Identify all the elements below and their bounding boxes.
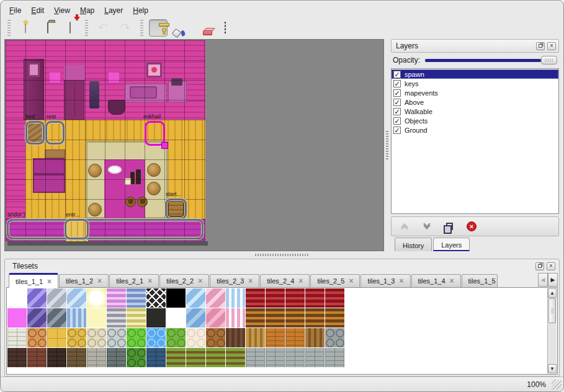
scrollbar-thumb[interactable] (548, 298, 556, 323)
rectangular-select-button[interactable] (216, 19, 235, 37)
close-tab-icon[interactable]: × (148, 277, 152, 285)
tile-r3-c13[interactable] (266, 348, 285, 367)
tile-r1-c7[interactable] (146, 308, 166, 327)
tile-r1-c11[interactable] (226, 308, 245, 327)
layer-row-Ground[interactable]: ✓Ground (392, 125, 558, 135)
tile-r3-c4[interactable] (87, 348, 106, 367)
tile-r1-c16[interactable] (325, 308, 344, 327)
tile-r0-c16[interactable] (325, 288, 344, 308)
dock-tab-layers[interactable]: Layers (433, 238, 470, 251)
tile-r3-c6[interactable] (127, 348, 146, 367)
tile-r1-c8[interactable] (166, 308, 186, 327)
menu-view[interactable]: View (54, 6, 70, 15)
map-object-rest[interactable] (45, 121, 65, 145)
close-tab-icon[interactable]: × (47, 278, 51, 285)
tile-r2-c1[interactable] (27, 328, 47, 347)
tile-r3-c1[interactable] (27, 348, 47, 367)
raise-layer-button[interactable] (399, 221, 410, 232)
duplicate-layer-button[interactable] (444, 221, 455, 232)
scroll-tabs-right-button[interactable]: ▶ (548, 273, 558, 287)
menu-help[interactable]: Help (133, 6, 148, 15)
close-tab-icon[interactable]: × (349, 277, 353, 285)
tileset-scrollbar[interactable]: ▲ ▼ (547, 288, 557, 373)
tile-r2-c9[interactable] (186, 328, 205, 347)
layer-list[interactable]: ✓spawn✓keys✓mapevents✓Above✓Walkable✓Obj… (391, 68, 559, 214)
float-panel-button[interactable] (535, 262, 544, 270)
tile-r3-c0[interactable] (7, 348, 27, 367)
tile-r3-c2[interactable] (47, 348, 66, 367)
tile-r3-c15[interactable] (305, 348, 325, 367)
opacity-slider[interactable] (425, 55, 557, 65)
tile-r2-c4[interactable] (87, 328, 106, 347)
tile-r2-c16[interactable] (325, 328, 344, 347)
tile-r0-c3[interactable] (67, 288, 86, 308)
tile-r1-c9[interactable] (186, 308, 205, 327)
tile-r2-c12[interactable] (246, 328, 265, 347)
tileset-tab-tiles_1_1[interactable]: tiles_1_1× (9, 273, 58, 288)
tile-r1-c12[interactable] (246, 308, 265, 327)
tileset-tab-tiles_2_4[interactable]: tiles_2_4× (260, 274, 310, 287)
float-panel-button[interactable] (536, 42, 545, 50)
save-file-button[interactable] (61, 19, 79, 37)
tile-r0-c12[interactable] (246, 288, 265, 308)
close-panel-button[interactable]: × (547, 262, 555, 270)
tile-r0-c2[interactable] (47, 288, 66, 308)
tile-r0-c5[interactable] (107, 288, 126, 308)
layer-row-mapevents[interactable]: ✓mapevents (392, 88, 558, 97)
layer-visibility-checkbox[interactable]: ✓ (393, 71, 401, 78)
tile-r2-c8[interactable] (166, 328, 186, 347)
tile-r0-c14[interactable] (285, 288, 305, 308)
eraser-button[interactable] (194, 19, 212, 37)
dock-tab-history[interactable]: History (395, 238, 432, 251)
layer-row-Objects[interactable]: ✓Objects (392, 116, 558, 125)
tile-r1-c10[interactable] (206, 308, 225, 327)
tileset-tab-tiles_2_3[interactable]: tiles_2_3× (210, 274, 259, 287)
map-object-start[interactable] (165, 198, 187, 220)
close-tab-icon[interactable]: × (198, 277, 202, 285)
tile-r1-c0[interactable] (7, 308, 27, 327)
tile-r0-c10[interactable] (206, 288, 225, 308)
stamp-brush-button[interactable] (149, 19, 168, 37)
tile-r3-c3[interactable] (67, 348, 86, 367)
tile-r3-c16[interactable] (325, 348, 344, 367)
tile-r2-c0[interactable] (7, 328, 27, 347)
tileset-view[interactable]: ▲ ▼ (6, 288, 558, 375)
tile-r3-c12[interactable] (246, 348, 265, 367)
tile-r1-c5[interactable] (107, 308, 126, 327)
menu-map[interactable]: Map (80, 6, 94, 15)
tile-r2-c6[interactable] (127, 328, 146, 347)
tile-r0-c8[interactable] (166, 288, 186, 308)
map-object-andor[interactable] (7, 219, 204, 239)
tile-r1-c3[interactable] (67, 308, 86, 327)
tileset-tab-tiles_2_1[interactable]: tiles_2_1× (109, 274, 159, 287)
scroll-tabs-left-button[interactable]: ◀ (538, 273, 548, 287)
map-canvas[interactable]: bedrestmikhailstart...andor:)entr... (6, 40, 205, 241)
horizontal-splitter[interactable] (4, 251, 560, 259)
close-tab-icon[interactable]: × (450, 277, 454, 285)
toolbar-handle[interactable] (85, 20, 88, 36)
layer-row-Above[interactable]: ✓Above (392, 97, 558, 107)
new-file-button[interactable]: ★ (16, 19, 35, 37)
tile-r2-c2[interactable] (47, 328, 66, 347)
tile-r1-c15[interactable] (305, 308, 325, 327)
tile-r1-c13[interactable] (266, 308, 285, 327)
layer-row-keys[interactable]: ✓keys (392, 79, 558, 88)
tile-r0-c4[interactable] (87, 288, 106, 308)
tile-r3-c14[interactable] (285, 348, 305, 367)
resize-grip[interactable] (552, 380, 562, 390)
tile-r3-c7[interactable] (146, 348, 166, 367)
tileset-tab-tiles_1_5[interactable]: tiles_1_5 (462, 274, 498, 287)
tile-r1-c14[interactable] (285, 308, 305, 327)
menu-layer[interactable]: Layer (104, 6, 123, 15)
tile-r2-c11[interactable] (226, 328, 245, 347)
map-viewport[interactable]: bedrestmikhailstart...andor:)entr... (4, 39, 384, 251)
tile-r2-c10[interactable] (206, 328, 225, 347)
tile-r0-c13[interactable] (266, 288, 285, 308)
map-object-entr[interactable] (65, 219, 89, 239)
tile-r3-c9[interactable] (186, 348, 205, 367)
tile-r2-c14[interactable] (285, 328, 305, 347)
tileset-tab-tiles_1_2[interactable]: tiles_1_2× (59, 274, 109, 287)
object-resize-handle[interactable] (161, 142, 168, 149)
tile-r0-c1[interactable] (27, 288, 47, 308)
toolbar-handle[interactable] (140, 20, 143, 36)
